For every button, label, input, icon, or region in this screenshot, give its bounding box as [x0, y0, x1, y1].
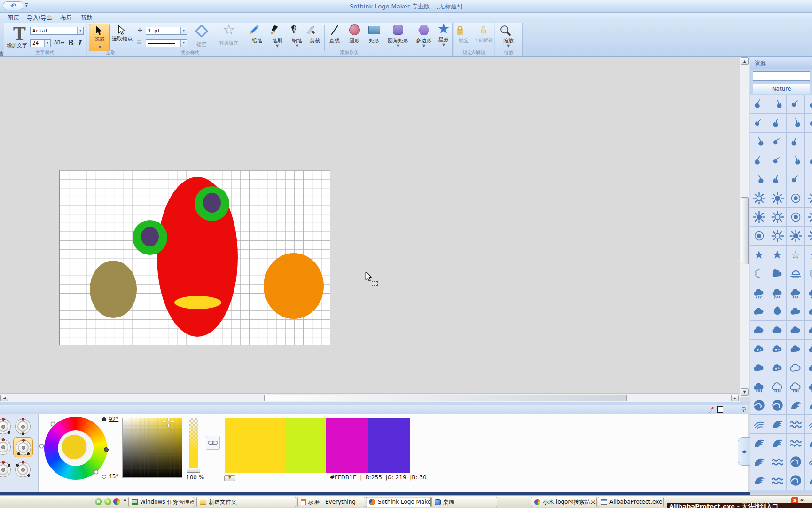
menu-help[interactable]: 帮助	[81, 14, 93, 22]
opacity-slider[interactable]	[189, 418, 198, 468]
resource-icon-flame-c[interactable]	[787, 95, 805, 114]
palette-swatch-4[interactable]	[368, 418, 410, 473]
resource-icon-flame-a[interactable]	[750, 95, 768, 114]
resource-icon-rain-cloud[interactable]	[787, 283, 805, 302]
quick-launch-ie-icon[interactable]: e	[95, 498, 102, 505]
star-shape-button[interactable]: ★ 星形 ▼	[435, 21, 452, 36]
resource-icon-wave-crash[interactable]	[805, 471, 812, 490]
chevron-down-icon[interactable]: ▼	[180, 40, 187, 47]
harmony-scheme-button-4-selected[interactable]	[13, 437, 33, 457]
opacity-slider-handle[interactable]	[187, 468, 200, 473]
resource-icon-flame-c[interactable]	[768, 151, 787, 170]
palette-swatch-3[interactable]	[326, 418, 368, 473]
resource-icon-flame-a[interactable]	[768, 114, 787, 133]
bold-button[interactable]: B	[67, 39, 75, 47]
resource-icon-sun-outline[interactable]	[768, 227, 787, 246]
quick-launch-pinwheel-icon[interactable]	[113, 498, 120, 505]
menu-layers[interactable]: 图层	[8, 14, 19, 22]
unlock-all-button[interactable]: 全部解锁	[473, 24, 494, 36]
polygon-shape-button[interactable]: 多边形 ▼	[413, 24, 435, 35]
resource-icon-star-filled[interactable]: ★	[750, 246, 768, 264]
resource-icon-cloud-swirl[interactable]	[805, 340, 812, 358]
line-shape-button[interactable]: 直线	[325, 24, 344, 36]
resource-icon-wave-crash[interactable]	[750, 452, 768, 471]
resource-icon-sun-rays[interactable]	[750, 208, 768, 227]
font-family-select[interactable]: Arial▼	[30, 27, 84, 35]
logo-olive-circle[interactable]	[90, 261, 137, 318]
resource-icon-cloud-filled[interactable]	[787, 340, 805, 358]
resource-icon-sun-rays[interactable]	[768, 189, 787, 208]
resource-icon-sun-sparse[interactable]	[750, 227, 768, 246]
horizontal-scroll-thumb[interactable]	[264, 395, 627, 401]
resource-icon-cloud-outline[interactable]	[787, 358, 805, 377]
round-rect-shape-button[interactable]: 圆角矩形 ▼	[384, 24, 412, 35]
menu-import-export[interactable]: 导入/导出	[27, 14, 52, 22]
taskbar-button-1[interactable]: Windows 任务管理器	[128, 497, 194, 507]
resource-icon-wave-lines[interactable]	[805, 452, 812, 471]
select-anchor-button[interactable]: 选取锚点	[111, 24, 133, 51]
resource-icon-wave-zigzag[interactable]	[787, 415, 805, 434]
resource-icon-flame-b[interactable]	[750, 133, 768, 151]
taskbar-button-4[interactable]: Sothink Logo Maker 专业...	[366, 497, 431, 507]
resource-icon-wave-circle[interactable]	[750, 396, 768, 415]
resource-icon-flame-a[interactable]	[805, 95, 812, 114]
resource-icon-sheep-filled[interactable]	[805, 377, 812, 396]
chevron-down-icon[interactable]: ▼	[180, 27, 187, 34]
logo-right-pupil[interactable]	[203, 193, 221, 213]
logo-orange-circle[interactable]	[264, 253, 324, 319]
resource-icon-flame-b[interactable]	[750, 170, 768, 189]
scroll-left-button[interactable]: ◄	[0, 395, 8, 401]
wheel-handle[interactable]	[51, 422, 55, 426]
angle-45-radio[interactable]	[102, 475, 106, 479]
rect-shape-button[interactable]: 矩形	[365, 24, 383, 34]
resource-icon-sun-sparse[interactable]	[787, 189, 805, 208]
opacity-value[interactable]: 100 %	[186, 474, 204, 481]
resource-icon-sun-rays[interactable]	[805, 208, 812, 227]
resource-icon-sheep-outline[interactable]	[768, 377, 787, 396]
resource-icon-cloud-filled[interactable]	[787, 302, 805, 321]
resource-icon-star-filled[interactable]: ★	[768, 246, 787, 264]
resources-search-input[interactable]	[753, 71, 810, 81]
horizontal-scrollbar[interactable]: ◄ ►	[0, 393, 740, 402]
wheel-handle[interactable]	[39, 444, 44, 448]
wheel-handle[interactable]	[94, 470, 98, 474]
taskbar-button-2[interactable]: 新建文件夹	[196, 497, 296, 507]
resource-icon-sheep-outline[interactable]	[787, 377, 805, 396]
select-tool-button[interactable]: 选取 ▼	[89, 24, 110, 51]
angle-bottom-label[interactable]: 45°	[109, 473, 118, 480]
resource-icon-cloud-filled[interactable]	[750, 321, 768, 340]
resource-icon-wave-crash[interactable]	[750, 434, 768, 452]
resource-icon-flame-b[interactable]	[768, 95, 787, 114]
harmony-scheme-button-2[interactable]	[13, 417, 33, 437]
resource-icon-flame-c[interactable]	[805, 114, 812, 133]
italic-button[interactable]: I	[75, 39, 84, 47]
scroll-down-button[interactable]: ▼	[741, 388, 749, 396]
resource-icon-flame-a[interactable]	[787, 133, 805, 151]
resource-icon-cloud-swirl[interactable]	[768, 340, 787, 358]
menu-layout[interactable]: 布局	[60, 14, 72, 22]
resource-icon-star-filled[interactable]: ★	[805, 246, 812, 264]
resource-icon-wave-circle[interactable]	[787, 452, 805, 471]
hex-value[interactable]: #FFDB1E	[330, 474, 357, 481]
resource-icon-wave-circle[interactable]	[768, 396, 787, 415]
resource-icon-cloud-filled[interactable]	[805, 302, 812, 321]
resource-icon-star-outline[interactable]: ☆	[787, 246, 805, 264]
brush-button[interactable]: 笔刷 ▼	[268, 24, 287, 38]
resource-icon-moon[interactable]: ☾	[805, 264, 812, 283]
resource-icon-flame-c[interactable]	[768, 133, 787, 151]
pencil-button[interactable]: 铅笔	[248, 24, 266, 38]
resource-icon-leaf-drop[interactable]	[768, 302, 787, 321]
resource-icon-moon[interactable]: ☾	[750, 264, 768, 283]
resource-icon-sun-sparse[interactable]	[787, 208, 805, 227]
harmony-scheme-button-5[interactable]	[0, 460, 13, 480]
green-value[interactable]: 219	[396, 474, 406, 481]
tray-collapse-chevron[interactable]: «	[800, 496, 804, 503]
palette-swatch-1[interactable]	[225, 418, 285, 473]
quick-launch-chevron[interactable]: »	[123, 497, 127, 503]
resource-icon-sun-cloud[interactable]	[768, 264, 787, 283]
lock-button[interactable]: 锁定	[454, 24, 473, 38]
resource-icon-cloud-swirl[interactable]	[768, 358, 787, 377]
resource-icon-flame-b[interactable]	[805, 133, 812, 151]
logo-mouth[interactable]	[174, 296, 221, 309]
taskbar-button-3[interactable]: 录屏 - Everything	[297, 497, 365, 507]
